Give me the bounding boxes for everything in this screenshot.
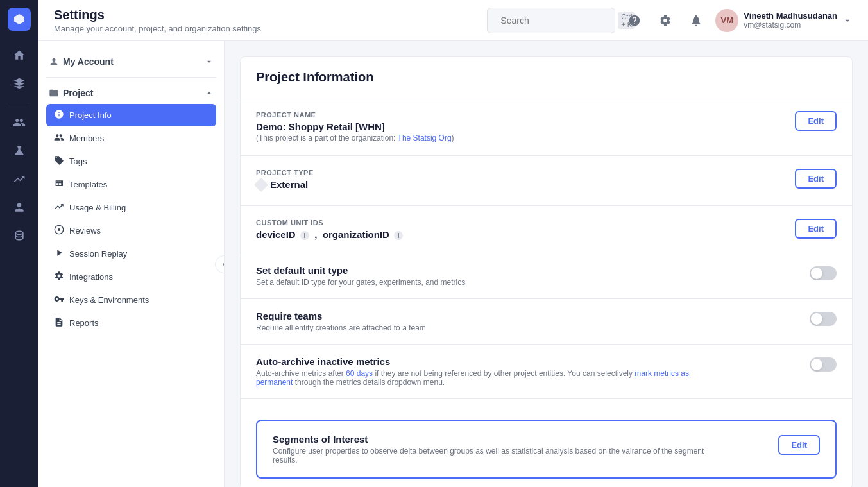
project-section-title: Project (49, 88, 93, 98)
auto-archive-link-60[interactable]: 60 days (346, 369, 373, 378)
custom-unit-ids-row: CUSTOM UNIT IDS deviceID i , organizatio… (241, 206, 852, 254)
chevron-down-icon-account (205, 57, 214, 66)
auto-archive-desc: Auto-archive metrics after 60 days if th… (256, 369, 705, 387)
sidebar-item-tags[interactable]: Tags (46, 150, 216, 173)
search-box[interactable]: Ctrl + K (487, 8, 615, 33)
orgid-info-icon[interactable]: i (394, 231, 403, 240)
page-subtitle: Manage your account, project, and organi… (54, 24, 261, 33)
nav-layers[interactable] (8, 72, 31, 95)
auto-archive-link-mark[interactable]: mark metrics as permanent (256, 369, 689, 387)
user-icon (49, 56, 59, 67)
require-teams-desc: Require all entity creations are attache… (256, 323, 426, 332)
notifications-button[interactable] (685, 9, 708, 32)
sidebar-item-label: Session Replay (69, 249, 127, 259)
segments-wrapper: Segments of Interest Configure user prop… (241, 399, 852, 487)
sidebar-item-integrations[interactable]: Integrations (46, 266, 216, 288)
sidebar-item-label: Reviews (69, 226, 101, 235)
sidebar-items-container: Project Info Members Tags Templates Usag… (46, 104, 216, 334)
project-section-header[interactable]: Project (46, 83, 216, 103)
sidebar-item-label: Members (69, 133, 104, 143)
sidebar-item-keys-environments[interactable]: Keys & Environments (46, 289, 216, 311)
project-name-info: PROJECT NAME Demo: Shoppy Retail [WHN] (… (256, 111, 454, 142)
project-type-row: PROJECT TYPE External Edit (241, 156, 852, 206)
sidebar-item-session-replay[interactable]: Session Replay (46, 243, 216, 265)
content-inner: Project Information PROJECT NAME Demo: S… (240, 56, 853, 487)
project-name-value: Demo: Shoppy Retail [WHN] (256, 121, 454, 132)
my-account-title: My Account (49, 56, 114, 67)
sidebar-item-usage-billing[interactable]: Usage & Billing (46, 196, 216, 219)
custom-unit-ids-label: CUSTOM UNIT IDS (256, 219, 403, 226)
default-unit-type-toggle[interactable] (810, 266, 837, 280)
project-name-label: PROJECT NAME (256, 111, 454, 119)
require-teams-info: Require teams Require all entity creatio… (256, 311, 426, 332)
folder-icon (49, 88, 59, 98)
user-info: Vineeth Madhusudanan vm@statsig.com (744, 11, 837, 30)
nav-database[interactable] (8, 224, 31, 247)
default-unit-type-info: Set default unit type Set a default ID t… (256, 265, 465, 287)
project-name-edit-button[interactable]: Edit (795, 111, 837, 131)
main-wrapper: Settings Manage your account, project, a… (38, 0, 868, 487)
sidebar-item-members[interactable]: Members (46, 127, 216, 150)
project-name-sub: (This project is a part of the organizat… (256, 133, 454, 142)
icon-bar (0, 0, 38, 487)
project-type-edit-button[interactable]: Edit (795, 169, 837, 189)
search-input[interactable] (500, 15, 613, 26)
my-account-header[interactable]: My Account (46, 51, 216, 72)
session-replay-icon (54, 248, 64, 260)
custom-unit-ids-edit-button[interactable]: Edit (795, 219, 837, 239)
org-link[interactable]: The Statsig Org (398, 133, 452, 142)
project-name-row: PROJECT NAME Demo: Shoppy Retail [WHN] (… (241, 98, 852, 156)
chevron-down-icon (842, 15, 853, 26)
nav-chart[interactable] (8, 167, 31, 191)
user-email: vm@statsig.com (744, 21, 837, 30)
auto-archive-toggle[interactable] (810, 357, 837, 372)
custom-unit-ids-info: CUSTOM UNIT IDS deviceID i , organizatio… (256, 219, 403, 241)
chevron-up-icon-project (205, 89, 214, 98)
sidebar-item-templates[interactable]: Templates (46, 173, 216, 196)
integrations-icon (54, 271, 64, 283)
sidebar-item-project-info[interactable]: Project Info (46, 104, 216, 126)
segments-card: Segments of Interest Configure user prop… (256, 420, 837, 479)
keys-environments-icon (54, 294, 64, 306)
content-area: Project Information PROJECT NAME Demo: S… (225, 41, 868, 487)
reviews-icon (54, 225, 64, 237)
sidebar: My Account Project Project Info (38, 41, 225, 487)
segments-edit-button[interactable]: Edit (778, 435, 820, 455)
reports-icon (54, 317, 64, 329)
page-title: Settings (54, 8, 261, 22)
nav-flask[interactable] (8, 139, 31, 162)
auto-archive-title: Auto-archive inactive metrics (256, 356, 705, 367)
avatar: VM (715, 9, 738, 32)
nav-people[interactable] (8, 111, 31, 134)
usage-billing-icon (54, 201, 64, 214)
require-teams-toggle[interactable] (810, 312, 837, 326)
help-button[interactable] (623, 9, 646, 32)
sidebar-item-label: Reports (69, 318, 99, 328)
diamond-icon (254, 177, 269, 192)
auto-archive-info: Auto-archive inactive metrics Auto-archi… (256, 356, 705, 387)
segments-title: Segments of Interest (273, 434, 722, 445)
settings-button[interactable] (654, 9, 677, 32)
members-icon (54, 132, 64, 144)
content-page-title: Project Information (256, 70, 837, 85)
custom-unit-ids-value: deviceID i , organizationID i (256, 229, 403, 241)
sidebar-item-reports[interactable]: Reports (46, 312, 216, 334)
sidebar-item-reviews[interactable]: Reviews (46, 219, 216, 242)
nav-group[interactable] (8, 196, 31, 219)
user-dropdown[interactable]: VM Vineeth Madhusudanan vm@statsig.com (715, 9, 853, 32)
sidebar-item-label: Usage & Billing (69, 203, 126, 212)
deviceid-info-icon[interactable]: i (300, 231, 309, 240)
header-right: Ctrl + K VM Vineeth Madhusudanan vm@stat… (487, 8, 853, 33)
require-teams-section: Require teams Require all entity creatio… (241, 299, 852, 345)
project-type-info: PROJECT TYPE External (256, 169, 314, 192)
segments-desc: Configure user properties to observe del… (273, 447, 722, 465)
nav-home[interactable] (8, 44, 31, 67)
require-teams-title: Require teams (256, 311, 426, 321)
segments-info: Segments of Interest Configure user prop… (273, 434, 722, 465)
sidebar-item-label: Tags (69, 157, 87, 166)
user-name: Vineeth Madhusudanan (744, 11, 837, 21)
app-logo[interactable] (8, 8, 31, 31)
project-section: Project Project Info Members Tags Templa… (38, 83, 224, 334)
default-unit-type-title: Set default unit type (256, 265, 465, 276)
sidebar-item-label: Project Info (69, 110, 112, 120)
